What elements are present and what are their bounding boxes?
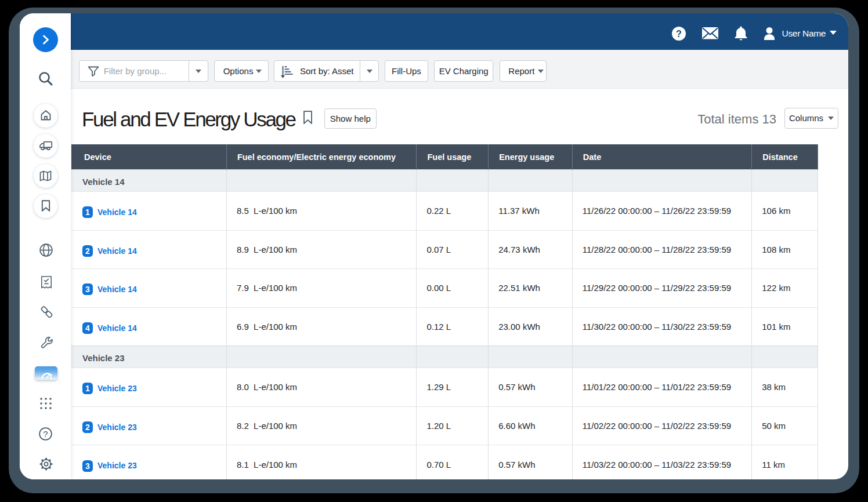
svg-text:?: ? bbox=[43, 429, 48, 439]
svg-text:?: ? bbox=[676, 28, 682, 38]
